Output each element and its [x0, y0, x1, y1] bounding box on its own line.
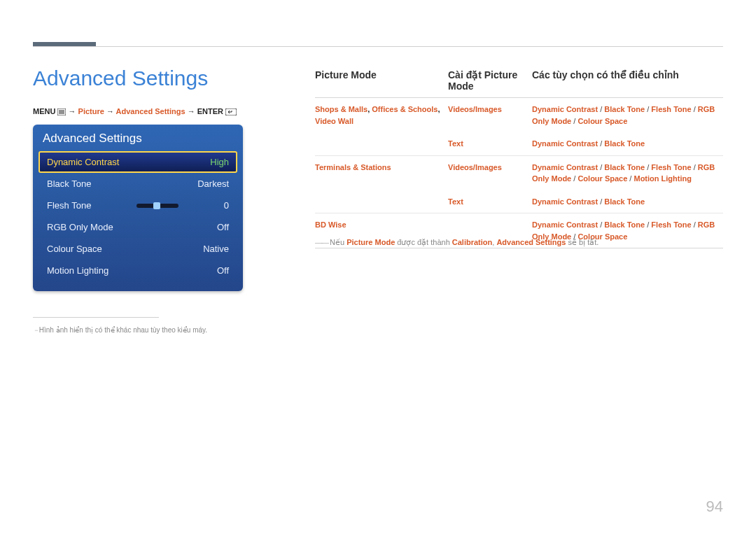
osd-row-value: 0	[224, 200, 229, 211]
osd-row-label: Colour Space	[47, 244, 102, 254]
note-text: Nếu	[330, 238, 346, 246]
osd-row-label: Motion Lighting	[47, 265, 108, 276]
osd-row-label: RGB Only Mode	[47, 222, 113, 232]
cell-options: Dynamic Contrast / Black Tone	[532, 138, 723, 150]
breadcrumb-advanced: Advanced Settings	[116, 107, 186, 115]
osd-row-value: Darkest	[197, 178, 229, 189]
breadcrumb-menu: MENU	[33, 107, 55, 115]
cell-picture-mode: Shops & Malls, Offices & Schools, Video …	[315, 104, 448, 127]
note-cal: Calibration	[452, 238, 492, 246]
breadcrumb-arrow: →	[69, 107, 76, 115]
osd-row-value: Off	[217, 265, 229, 276]
cell-picture-mode: Terminals & Stations	[315, 162, 448, 185]
osd-row-value: Off	[217, 222, 229, 232]
th-options: Các tùy chọn có thể điều chỉnh	[532, 69, 723, 92]
table-row: Shops & Malls, Offices & Schools, Video …	[315, 98, 723, 132]
osd-title: Advanced Settings	[33, 125, 243, 151]
note-dash: ――	[315, 238, 328, 246]
table-row: Terminals & StationsVideos/ImagesDynamic…	[315, 156, 723, 190]
enter-icon	[225, 108, 237, 117]
osd-row[interactable]: Flesh Tone0	[38, 195, 237, 216]
osd-list: Dynamic ContrastHighBlack ToneDarkestFle…	[38, 151, 237, 281]
cell-options: Dynamic Contrast / Black Tone / Flesh To…	[532, 162, 723, 185]
osd-footnote: Hình ảnh hiển thị có thể khác nhau tùy t…	[33, 325, 207, 335]
note-text: được đặt thành	[395, 238, 452, 246]
table-header-row: Picture Mode Cài đặt Picture Mode Các tù…	[315, 69, 723, 98]
cell-picture-mode	[315, 138, 448, 150]
th-picture-mode: Picture Mode	[315, 69, 448, 92]
note-as: Advanced Settings	[496, 238, 566, 246]
osd-row-value: Native	[203, 244, 229, 254]
osd-row[interactable]: Dynamic ContrastHigh	[38, 151, 237, 173]
osd-panel: Advanced Settings Dynamic ContrastHighBl…	[33, 125, 243, 291]
th-setting: Cài đặt Picture Mode	[448, 69, 532, 92]
calibration-note: ―― Nếu Picture Mode được đặt thành Calib…	[315, 238, 598, 247]
section-marker	[33, 42, 96, 46]
note-text: sẽ bị tắt.	[566, 238, 598, 246]
osd-row[interactable]: RGB Only ModeOff	[38, 216, 237, 238]
osd-row-label: Dynamic Contrast	[47, 157, 119, 167]
note-pm: Picture Mode	[346, 238, 395, 246]
cell-picture-mode	[315, 196, 448, 208]
options-table: Picture Mode Cài đặt Picture Mode Các tù…	[315, 69, 723, 248]
cell-setting: Text	[448, 138, 532, 150]
cell-setting: Videos/Images	[448, 162, 532, 185]
top-rule	[33, 46, 723, 47]
breadcrumb: MENU → Picture → Advanced Settings → ENT…	[33, 107, 237, 117]
footnote-rule	[33, 317, 159, 318]
breadcrumb-picture: Picture	[78, 107, 104, 115]
page-title: Advanced Settings	[33, 66, 208, 90]
cell-options: Dynamic Contrast / Black Tone / Flesh To…	[532, 104, 723, 127]
breadcrumb-arrow: →	[106, 107, 114, 115]
osd-row[interactable]: Motion LightingOff	[38, 260, 237, 281]
page-number: 94	[706, 498, 723, 516]
osd-row-value: High	[210, 157, 229, 167]
cell-setting: Text	[448, 196, 532, 208]
osd-row[interactable]: Black ToneDarkest	[38, 173, 237, 195]
cell-options: Dynamic Contrast / Black Tone	[532, 196, 723, 208]
slider[interactable]	[136, 204, 178, 208]
table-row: TextDynamic Contrast / Black Tone	[315, 132, 723, 156]
table-row: TextDynamic Contrast / Black Tone	[315, 190, 723, 214]
breadcrumb-enter: ENTER	[197, 107, 223, 115]
breadcrumb-arrow: →	[188, 107, 195, 115]
osd-row-label: Flesh Tone	[47, 200, 91, 211]
cell-setting: Videos/Images	[448, 104, 532, 127]
osd-row-label: Black Tone	[47, 178, 91, 189]
menu-icon	[57, 108, 66, 117]
osd-row[interactable]: Colour SpaceNative	[38, 238, 237, 260]
